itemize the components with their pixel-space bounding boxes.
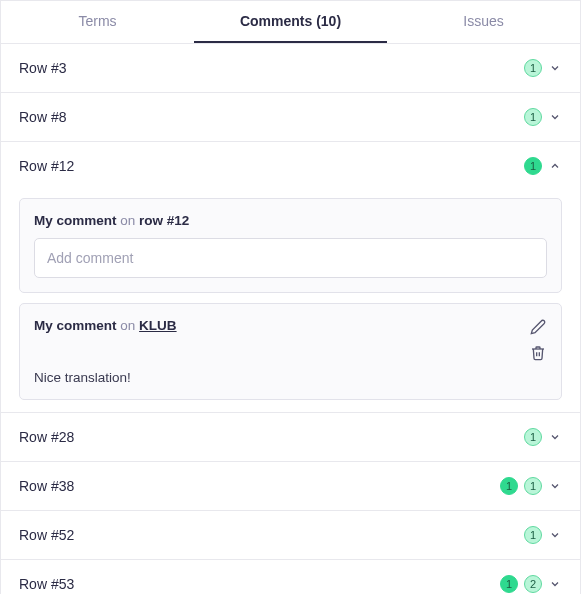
row-12-expanded: My comment on row #12 My comment on KLUB (1, 190, 580, 413)
row-right: 1 (524, 428, 562, 446)
chevron-down-icon (548, 61, 562, 75)
edit-icon[interactable] (529, 318, 547, 336)
row-53[interactable]: Row #53 1 2 (1, 560, 580, 594)
row-right: 1 (524, 108, 562, 126)
row-label: Row #38 (19, 478, 74, 494)
existing-comment-card: My comment on KLUB Nice translation! (19, 303, 562, 400)
row-right: 1 1 (500, 477, 562, 495)
comment-target: row #12 (139, 213, 189, 228)
comment-on: on (120, 318, 135, 333)
count-badge: 1 (524, 157, 542, 175)
comment-prefix: My comment (34, 213, 117, 228)
row-38[interactable]: Row #38 1 1 (1, 462, 580, 511)
add-comment-title: My comment on row #12 (34, 213, 547, 228)
delete-icon[interactable] (529, 344, 547, 362)
tab-comments[interactable]: Comments (10) (194, 1, 387, 43)
comment-body: Nice translation! (34, 370, 547, 385)
row-right: 1 (524, 157, 562, 175)
row-28[interactable]: Row #28 1 (1, 413, 580, 462)
row-label: Row #8 (19, 109, 66, 125)
chevron-down-icon (548, 479, 562, 493)
row-right: 1 (524, 59, 562, 77)
chevron-down-icon (548, 577, 562, 591)
row-label: Row #12 (19, 158, 74, 174)
row-12[interactable]: Row #12 1 (1, 142, 580, 190)
row-3[interactable]: Row #3 1 (1, 44, 580, 93)
row-label: Row #53 (19, 576, 74, 592)
chevron-down-icon (548, 430, 562, 444)
tab-bar: Terms Comments (10) Issues (1, 1, 580, 44)
tab-terms[interactable]: Terms (1, 1, 194, 43)
count-badge: 1 (500, 477, 518, 495)
count-badge: 1 (524, 59, 542, 77)
existing-comment-title: My comment on KLUB (34, 318, 177, 333)
row-right: 1 (524, 526, 562, 544)
tab-issues[interactable]: Issues (387, 1, 580, 43)
comment-prefix: My comment (34, 318, 117, 333)
chevron-up-icon (548, 159, 562, 173)
comment-target-link[interactable]: KLUB (139, 318, 177, 333)
comments-panel: Terms Comments (10) Issues Row #3 1 Row … (0, 0, 581, 594)
row-right: 1 2 (500, 575, 562, 593)
row-52[interactable]: Row #52 1 (1, 511, 580, 560)
chevron-down-icon (548, 528, 562, 542)
row-label: Row #3 (19, 60, 66, 76)
count-badge: 1 (500, 575, 518, 593)
count-badge: 1 (524, 108, 542, 126)
count-badge: 2 (524, 575, 542, 593)
row-8[interactable]: Row #8 1 (1, 93, 580, 142)
row-label: Row #52 (19, 527, 74, 543)
chevron-down-icon (548, 110, 562, 124)
comment-header: My comment on KLUB (34, 318, 547, 362)
row-label: Row #28 (19, 429, 74, 445)
add-comment-card: My comment on row #12 (19, 198, 562, 293)
count-badge: 1 (524, 526, 542, 544)
comment-actions (529, 318, 547, 362)
count-badge: 1 (524, 477, 542, 495)
comment-on: on (120, 213, 135, 228)
add-comment-input[interactable] (34, 238, 547, 278)
count-badge: 1 (524, 428, 542, 446)
